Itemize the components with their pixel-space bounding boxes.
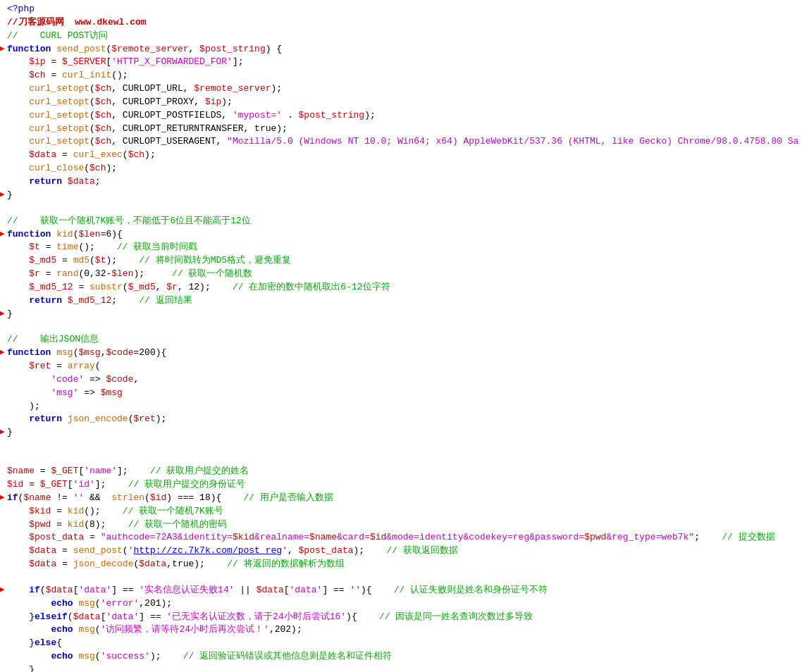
line-content: } xyxy=(6,426,809,440)
line-marker xyxy=(0,664,6,664)
line-marker xyxy=(0,373,6,374)
code-line: $data = json_decode($data,true); // 将返回的… xyxy=(0,558,809,571)
line-content: $ip = $_SERVER['HTTP_X_FORWARDED_FOR']; xyxy=(6,56,809,69)
line-marker xyxy=(0,531,6,532)
line-content: function kid($len=6){ xyxy=(6,228,809,242)
line-content: curl_setopt($ch, CURLOPT_URL, $remote_se… xyxy=(6,82,809,96)
code-line: 'code' => $code, xyxy=(0,373,809,387)
line-marker xyxy=(0,3,6,4)
code-line: ▶ if($data['data'] == '实名信息认证失败14' || $d… xyxy=(0,584,809,597)
line-marker xyxy=(0,505,6,506)
line-marker xyxy=(0,294,6,295)
line-content: $ret = array( xyxy=(6,360,809,373)
line-marker xyxy=(0,96,6,97)
code-line xyxy=(0,452,809,465)
line-marker xyxy=(0,135,6,136)
line-marker xyxy=(0,440,6,440)
line-marker xyxy=(0,558,6,559)
code-line: $data = send_post('http://zc.7k7k.com/po… xyxy=(0,545,809,558)
line-marker xyxy=(0,149,6,149)
code-line: $ip = $_SERVER['HTTP_X_FORWARDED_FOR']; xyxy=(0,56,809,69)
code-line: $id = $_GET['id']; // 获取用户提交的身份证号 xyxy=(0,478,809,492)
line-content: curl_close($ch); xyxy=(6,162,809,175)
code-line: $ch = curl_init(); xyxy=(0,69,809,82)
line-content: echo msg('访问频繁，请等待24小时后再次尝试！',202); xyxy=(6,623,809,637)
line-content: curl_setopt($ch, CURLOPT_POSTFIELDS, 'my… xyxy=(6,109,809,123)
code-line: ▶function msg($msg,$code=200){ xyxy=(0,347,809,360)
line-content: curl_setopt($ch, CURLOPT_USERAGENT, "Moz… xyxy=(6,135,809,149)
line-marker xyxy=(0,123,6,123)
code-line xyxy=(0,571,809,584)
line-content: if($data['data'] == '实名信息认证失败14' || $dat… xyxy=(6,584,809,597)
code-line: return $data; xyxy=(0,175,809,189)
code-line: curl_setopt($ch, CURLOPT_POSTFIELDS, 'my… xyxy=(0,109,809,123)
code-line xyxy=(0,440,809,452)
line-marker xyxy=(0,16,6,17)
code-line: echo msg('error',201); xyxy=(0,597,809,611)
code-line: $t = time(); // 获取当前时间戳 xyxy=(0,241,809,254)
code-line xyxy=(0,321,809,333)
line-content: $_md5 = md5($t); // 将时间戳转为MD5格式，避免重复 xyxy=(6,254,809,268)
line-marker xyxy=(0,241,6,242)
line-content: } xyxy=(6,308,809,321)
code-line: echo msg('访问频繁，请等待24小时后再次尝试！',202); xyxy=(0,623,809,637)
code-line: }else{ xyxy=(0,637,809,650)
line-marker xyxy=(0,281,6,282)
line-marker: ▶ xyxy=(0,228,6,240)
line-marker: ▶ xyxy=(0,189,6,201)
line-content: $post_data = "authcode=72A3&identity=$ki… xyxy=(6,531,809,545)
line-marker xyxy=(0,30,6,30)
line-marker xyxy=(0,545,6,545)
code-line: // 输出JSON信息 xyxy=(0,333,809,347)
code-line: ); xyxy=(0,400,809,413)
code-line: ▶} xyxy=(0,426,809,440)
line-marker: ▶ xyxy=(0,308,6,320)
line-content: 'code' => $code, xyxy=(6,373,809,387)
line-content: $id = $_GET['id']; // 获取用户提交的身份证号 xyxy=(6,478,809,492)
line-content: function msg($msg,$code=200){ xyxy=(6,347,809,360)
line-marker xyxy=(0,360,6,361)
line-marker xyxy=(0,478,6,479)
code-line: ▶if($name != '' && strlen($id) === 18){ … xyxy=(0,492,809,505)
line-content: function send_post($remote_server, $post… xyxy=(6,43,809,56)
code-line: <?php xyxy=(0,3,809,16)
line-marker xyxy=(0,571,6,572)
line-marker xyxy=(0,215,6,216)
line-marker: ▶ xyxy=(0,426,6,438)
line-marker xyxy=(0,333,6,334)
code-line: // CURL POST访问 xyxy=(0,30,809,43)
line-marker xyxy=(0,82,6,83)
line-content: } xyxy=(6,189,809,202)
line-content: if($name != '' && strlen($id) === 18){ /… xyxy=(6,492,809,505)
line-marker xyxy=(0,69,6,70)
code-line: $pwd = kid(8); // 获取一个随机的密码 xyxy=(0,518,809,532)
line-content: $t = time(); // 获取当前时间戳 xyxy=(6,241,809,254)
line-marker xyxy=(0,56,6,56)
code-line: echo msg('success'); // 返回验证码错误或其他信息则是姓名… xyxy=(0,650,809,664)
line-marker xyxy=(0,387,6,387)
line-content: $data = json_decode($data,true); // 将返回的… xyxy=(6,558,809,571)
line-marker xyxy=(0,254,6,255)
code-line: ▶} xyxy=(0,189,809,202)
line-content: $_md5_12 = substr($_md5, $r, 12); // 在加密… xyxy=(6,281,809,294)
line-content: $ch = curl_init(); xyxy=(6,69,809,82)
line-content: // 获取一个随机7K账号，不能低于6位且不能高于12位 xyxy=(6,215,809,228)
line-content: echo msg('error',201); xyxy=(6,597,809,611)
line-content: // CURL POST访问 xyxy=(6,30,809,43)
line-content: $r = rand(0,32-$len); // 获取一个随机数 xyxy=(6,268,809,281)
code-line: curl_setopt($ch, CURLOPT_RETURNTRANSFER,… xyxy=(0,123,809,136)
line-content: }else{ xyxy=(6,637,809,650)
line-content: $pwd = kid(8); // 获取一个随机的密码 xyxy=(6,518,809,532)
line-content: //刀客源码网 www.dkewl.com xyxy=(6,16,809,30)
line-marker: ▶ xyxy=(0,492,6,504)
code-line: ▶} xyxy=(0,308,809,321)
line-marker: ▶ xyxy=(0,43,6,55)
line-content: $data = curl_exec($ch); xyxy=(6,149,809,162)
code-line: $_md5 = md5($t); // 将时间戳转为MD5格式，避免重复 xyxy=(0,254,809,268)
line-content: $kid = kid(); // 获取一个随机7K账号 xyxy=(6,505,809,518)
line-content: $name = $_GET['name']; // 获取用户提交的姓名 xyxy=(6,465,809,478)
line-content: 'msg' => $msg xyxy=(6,387,809,400)
line-content: }elseif($data['data'] == '已无实名认证次数，请于24小… xyxy=(6,611,809,624)
code-line: curl_setopt($ch, CURLOPT_USERAGENT, "Moz… xyxy=(0,135,809,149)
line-marker xyxy=(0,202,6,203)
